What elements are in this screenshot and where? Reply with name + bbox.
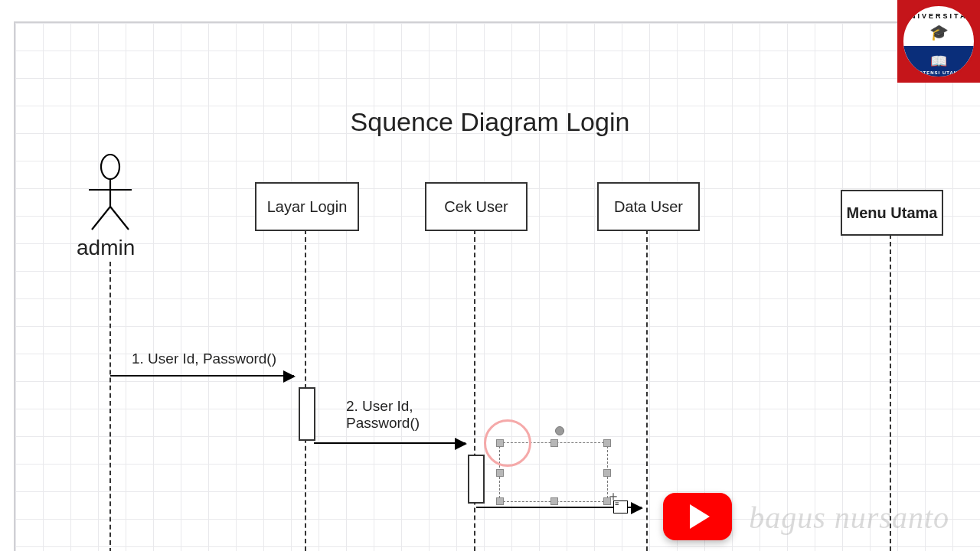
resize-handle[interactable] <box>603 469 611 477</box>
svg-point-0 <box>101 155 119 179</box>
resize-handle[interactable] <box>550 497 558 505</box>
lifeline-label: Layar Login <box>267 198 348 216</box>
lifeline-box-cek-user[interactable]: Cek User <box>425 182 528 231</box>
arrowhead-icon <box>283 370 296 383</box>
actor-admin[interactable] <box>83 153 138 233</box>
message-2-arrow[interactable] <box>314 442 466 444</box>
lifeline-data-user <box>646 230 648 551</box>
play-triangle-icon <box>690 504 710 529</box>
svg-line-3 <box>92 207 110 230</box>
resize-handle[interactable] <box>496 497 504 505</box>
lifeline-admin <box>109 262 111 551</box>
logo-top-text: UNIVERSITAS <box>901 12 976 20</box>
activation-layar[interactable] <box>299 387 315 441</box>
arrowhead-icon <box>631 502 643 514</box>
watermark-text: bagus nursanto <box>749 500 949 536</box>
resize-handle[interactable] <box>603 439 611 447</box>
cursor-ring-icon <box>484 419 531 467</box>
message-1-arrow[interactable] <box>110 375 294 377</box>
lifeline-box-data-user[interactable]: Data User <box>597 182 700 231</box>
activation-cek[interactable] <box>468 455 485 504</box>
arrowhead-icon <box>455 438 467 450</box>
open-book-icon: 📖 <box>930 53 947 70</box>
diagram-title: Squence Diagram Login <box>0 107 980 137</box>
message-drag-arrow[interactable]: ≡ <box>476 507 642 508</box>
lifeline-label: Data User <box>614 198 683 216</box>
resize-handle[interactable] <box>496 469 504 477</box>
graduation-cap-icon: 🎓 <box>903 23 974 41</box>
message-2-label: 2. User Id, Password() <box>346 398 420 432</box>
university-logo: UNIVERSITAS 🎓 📖 POTENSI UTAMA <box>897 0 980 83</box>
lifeline-label: Cek User <box>444 198 508 216</box>
rotate-handle[interactable] <box>555 426 564 435</box>
lifeline-box-layar-login[interactable]: Layar Login <box>255 182 359 231</box>
lifeline-label: Menu Utama <box>847 204 938 222</box>
logo-bottom-text: POTENSI UTAMA <box>903 70 974 75</box>
message-1-label: 1. User Id, Password() <box>132 350 276 367</box>
resize-handle[interactable] <box>550 439 558 447</box>
crosshair-cursor-icon: ＋ <box>606 487 620 505</box>
youtube-play-icon[interactable] <box>663 493 732 540</box>
lifeline-box-menu-utama[interactable]: Menu Utama <box>841 190 943 236</box>
actor-label: admin <box>77 236 135 260</box>
svg-line-4 <box>110 207 129 230</box>
